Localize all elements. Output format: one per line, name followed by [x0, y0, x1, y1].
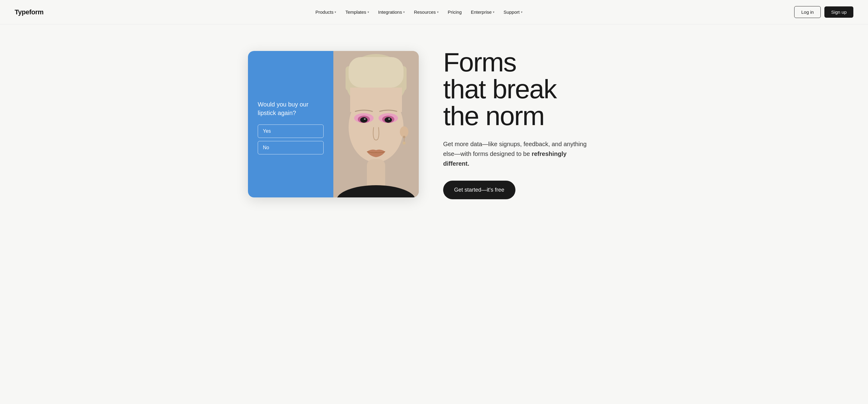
svg-point-14	[400, 126, 408, 137]
form-left-panel: Would you buy our lipstick again? Yes No	[248, 51, 333, 197]
navbar: Typeform Products ▾ Templates ▾ Integrat…	[0, 0, 868, 24]
nav-item-integrations[interactable]: Integrations ▾	[374, 7, 408, 17]
nav-link-support[interactable]: Support ▾	[500, 7, 526, 17]
form-right-panel	[333, 51, 419, 197]
nav-item-pricing[interactable]: Pricing	[444, 7, 465, 17]
hero-text: Forms that break the norm Get more data—…	[443, 49, 620, 199]
nav-item-support[interactable]: Support ▾	[500, 7, 526, 17]
hero-subtext: Get more data—like signups, feedback, an…	[443, 139, 590, 168]
form-option-no[interactable]: No	[258, 141, 323, 154]
nav-link-resources[interactable]: Resources ▾	[410, 7, 442, 17]
nav-item-enterprise[interactable]: Enterprise ▾	[467, 7, 498, 17]
nav-link-enterprise[interactable]: Enterprise ▾	[467, 7, 498, 17]
hero-section: Would you buy our lipstick again? Yes No	[190, 24, 678, 218]
chevron-down-icon: ▾	[521, 10, 522, 14]
form-card: Would you buy our lipstick again? Yes No	[248, 51, 419, 197]
chevron-down-icon: ▾	[335, 10, 336, 14]
svg-point-12	[384, 117, 392, 123]
nav-link-templates[interactable]: Templates ▾	[342, 7, 372, 17]
nav-links: Products ▾ Templates ▾ Integrations ▾ Re…	[312, 7, 526, 17]
nav-item-resources[interactable]: Resources ▾	[410, 7, 442, 17]
svg-rect-5	[350, 88, 402, 112]
nav-link-integrations[interactable]: Integrations ▾	[374, 7, 408, 17]
person-image	[333, 51, 419, 197]
brand-logo[interactable]: Typeform	[14, 8, 43, 16]
svg-rect-3	[349, 57, 403, 88]
svg-point-13	[388, 118, 390, 120]
face-illustration	[333, 51, 419, 197]
nav-item-products[interactable]: Products ▾	[312, 7, 340, 17]
nav-link-products[interactable]: Products ▾	[312, 7, 340, 17]
form-option-yes[interactable]: Yes	[258, 124, 323, 138]
svg-point-8	[360, 117, 368, 123]
signup-button[interactable]: Sign up	[825, 6, 854, 18]
hero-visual: Would you buy our lipstick again? Yes No	[248, 51, 419, 197]
hero-heading: Forms that break the norm	[443, 49, 620, 129]
svg-point-9	[364, 118, 366, 120]
nav-actions: Log in Sign up	[794, 6, 854, 18]
form-options: Yes No	[258, 124, 323, 154]
svg-point-17	[403, 142, 406, 145]
chevron-down-icon: ▾	[493, 10, 494, 14]
login-button[interactable]: Log in	[794, 6, 821, 18]
chevron-down-icon: ▾	[403, 10, 405, 14]
chevron-down-icon: ▾	[437, 10, 439, 14]
cta-button[interactable]: Get started—it's free	[443, 181, 516, 199]
nav-item-templates[interactable]: Templates ▾	[342, 7, 372, 17]
nav-link-pricing[interactable]: Pricing	[444, 7, 465, 17]
form-question: Would you buy our lipstick again?	[258, 100, 323, 117]
chevron-down-icon: ▾	[368, 10, 369, 14]
